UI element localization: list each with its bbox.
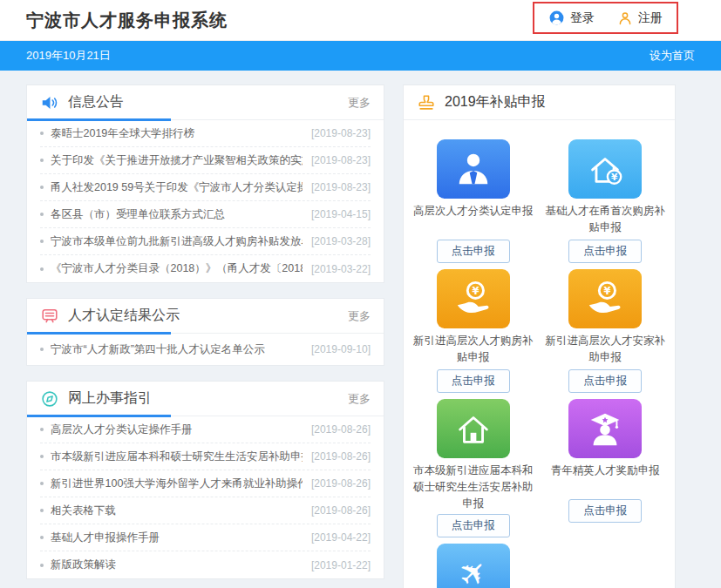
announcements-list: 泰晤士2019年全球大学排行榜[2019-08-23] 关于印发《关于推进开放揽… [27,120,384,282]
item-text: 基础人才申报操作手册 [51,531,303,545]
guides-header: 网上办事指引 更多 [27,382,384,416]
airplane-glyph: ✈ [452,551,494,588]
list-item[interactable]: 宁波市本级单位前九批新引进高级人才购房补贴发放名单汇总...[2019-03-2… [40,228,371,255]
bullet-dot [40,428,44,431]
item-text: 宁波市本级单位前九批新引进高级人才购房补贴发放名单汇总... [51,234,303,249]
register-label: 注册 [638,10,663,26]
item-date: [2019-09-10] [311,343,371,355]
register-user-icon [617,10,633,26]
list-item[interactable]: 新引进世界100强大学海外留学人才来甬就业补助操作手册[2019-08-26] [40,470,371,497]
svg-text:¥: ¥ [611,172,618,182]
announcements-card: 信息公告 更多 泰晤士2019年全球大学排行榜[2019-08-23] 关于印发… [26,84,384,283]
subsidy-card: 2019年补贴申报 高层次人才分类认定申报 点击申报 [403,84,676,588]
bullet-dot [40,267,44,271]
list-item[interactable]: 泰晤士2019年全球大学排行榜[2019-08-23] [40,120,371,147]
item-text: 市本级新引进应届本科和硕士研究生生活安居补助申报手册 [51,449,303,464]
bullet-dot [40,348,44,351]
results-header: 人才认定结果公示 更多 [27,299,384,334]
item-date: [2019-03-22] [311,263,371,275]
item-text: 《宁波市人才分类目录（2018）》（甬人才发〔2018〕5号） [51,261,303,276]
list-item[interactable]: 市本级新引进应届本科和硕士研究生生活安居补助申报手册[2019-08-26] [40,443,371,470]
item-text: 新版政策解读 [51,558,303,572]
apply-button[interactable]: 点击申报 [568,499,642,523]
bullet-dot [40,536,44,539]
list-item[interactable]: 宁波市“人才新政”第四十批人才认定名单公示[2019-09-10] [40,334,371,365]
guides-card: 网上办事指引 更多 高层次人才分类认定操作手册[2019-08-26] 市本级新… [26,381,384,579]
results-card: 人才认定结果公示 更多 宁波市“人才新政”第四十批人才认定名单公示[2019-0… [26,298,384,366]
list-item[interactable]: 相关表格下载[2019-08-26] [40,497,371,524]
item-text: 相关表格下载 [51,504,303,518]
bullet-dot [40,509,44,512]
item-date: [2019-04-15] [311,208,371,220]
item-text: 高层次人才分类认定操作手册 [51,422,303,437]
apply-button[interactable]: 点击申报 [437,369,510,393]
hand-coin-icon[interactable]: ¥ [568,269,642,328]
announcements-more-link[interactable]: 更多 [348,95,371,111]
house-icon[interactable] [437,399,510,458]
list-item[interactable]: 关于印发《关于推进开放揽才产业聚智相关政策的实施细则》...[2019-08-2… [40,147,371,174]
list-item[interactable]: 甬人社发2019 59号关于印发《宁波市人才分类认定操作细则...[2019-0… [40,174,371,201]
item-date: [2019-01-22] [311,559,371,571]
item-text: 宁波市“人才新政”第四十批人才认定名单公示 [51,342,303,357]
item-date: [2019-08-23] [311,127,371,139]
bullet-dot [40,240,44,243]
item-date: [2019-04-22] [311,531,371,544]
left-column: 信息公告 更多 泰晤士2019年全球大学排行榜[2019-08-23] 关于印发… [26,84,384,588]
subsidy-cell: ¥ 新引进高层次人才购房补贴申报 点击申报 [407,269,540,393]
hand-coin-icon[interactable]: ¥ [437,269,510,328]
guides-more-link[interactable]: 更多 [348,391,371,407]
tile-label: 新引进高层次人才安家补助申报 [540,333,670,368]
subsidy-cell: ¥ 基础人才在甬首次购房补贴申报 点击申报 [540,139,672,263]
bullet-dot [40,213,44,216]
apply-button[interactable]: 点击申报 [437,514,510,537]
item-date: [2019-08-23] [311,181,371,193]
businessman-icon[interactable] [437,139,510,199]
apply-button[interactable]: 点击申报 [568,369,642,393]
apply-button[interactable]: 点击申报 [437,240,510,263]
results-title: 人才认定结果公示 [68,307,180,325]
item-date: [2019-08-26] [311,450,371,463]
bullet-dot [40,186,44,189]
compass-icon [40,389,59,409]
tile-label: 新引进高层次人才购房补贴申报 [408,333,539,368]
login-user-icon [548,10,565,26]
airplane-icon[interactable]: ✈ [437,544,510,588]
results-more-link[interactable]: 更多 [348,308,371,324]
list-item[interactable]: 基础人才申报操作手册[2019-04-22] [40,524,371,551]
subsidy-cell: 市本级新引进应届本科和硕士研究生生活安居补助申报 点击申报 [407,399,540,537]
login-label: 登录 [570,10,595,26]
item-text: 关于印发《关于推进开放揽才产业聚智相关政策的实施细则》... [51,153,303,168]
tile-label: 基础人才在甬首次购房补贴申报 [540,203,670,238]
subsidy-header: 2019年补贴申报 [404,85,675,120]
tile-label: 青年精英人才奖励申报 [540,463,670,497]
announcements-title: 信息公告 [68,93,124,112]
guides-list: 高层次人才分类认定操作手册[2019-08-26] 市本级新引进应届本科和硕士研… [27,416,384,578]
tile-label: 高层次人才分类认定申报 [408,203,539,238]
list-item[interactable]: 各区县（市）受理单位联系方式汇总[2019-04-15] [40,201,371,228]
item-text: 新引进世界100强大学海外留学人才来甬就业补助操作手册 [51,476,303,491]
house-coin-icon[interactable]: ¥ [568,139,642,199]
site-header: 宁波市人才服务申报系统 登录 [0,0,721,41]
list-item[interactable]: 新版政策解读[2019-01-22] [40,551,371,578]
graduate-icon[interactable] [568,399,642,458]
list-item[interactable]: 高层次人才分类认定操作手册[2019-08-26] [40,416,371,443]
subsidy-cell: ✈ [407,544,540,588]
set-homepage-link[interactable]: 设为首页 [650,48,695,64]
stamp-icon [417,93,436,112]
list-item[interactable]: 《宁波市人才分类目录（2018）》（甬人才发〔2018〕5号）[2019-03-… [40,255,371,282]
register-link[interactable]: 注册 [617,10,663,26]
speaker-icon [40,93,59,112]
current-date: 2019年10月21日 [26,48,111,64]
item-text: 泰晤士2019年全球大学排行榜 [51,126,303,141]
svg-text:¥: ¥ [472,285,479,297]
apply-button[interactable]: 点击申报 [568,240,642,263]
subsidy-cell: 高层次人才分类认定申报 点击申报 [407,139,540,263]
subsidy-cell: ¥ 新引进高层次人才安家补助申报 点击申报 [540,269,672,393]
bullet-dot [40,482,44,485]
item-date: [2019-08-26] [311,477,371,490]
guides-title: 网上办事指引 [68,389,152,408]
annotation-highlight-box: 登录 注册 [533,2,678,34]
login-link[interactable]: 登录 [548,10,595,26]
subsidy-cell: 青年精英人才奖励申报 点击申报 [540,399,672,537]
item-text: 各区县（市）受理单位联系方式汇总 [51,207,303,222]
